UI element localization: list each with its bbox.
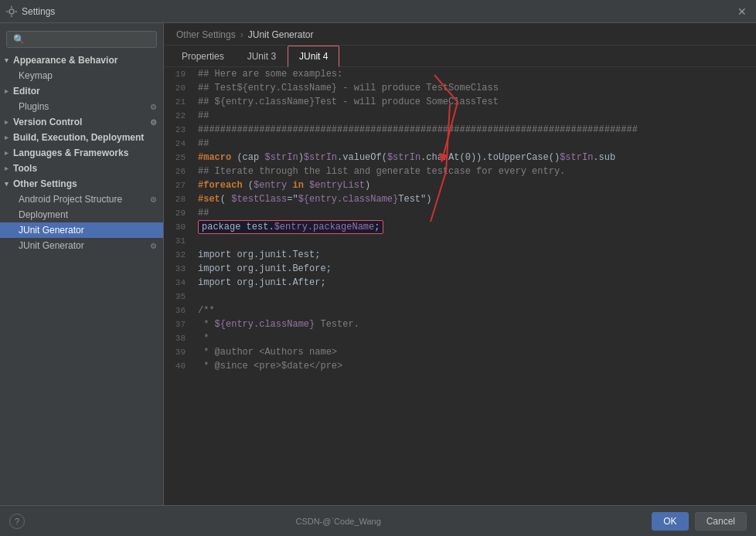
sidebar-item-plugins[interactable]: Plugins⚙ — [0, 99, 163, 114]
expand-arrow-icon: ▸ — [5, 87, 9, 95]
expand-arrow-icon: ▸ — [5, 165, 9, 172]
code-line: 28#set( $testClass="${entry.className}Te… — [164, 192, 756, 206]
expand-arrow-icon: ▸ — [5, 149, 9, 157]
code-token: =" — [287, 194, 298, 205]
line-number: 31 — [164, 234, 192, 248]
sidebar-item-label: Tools — [13, 163, 37, 174]
tab-properties[interactable]: Properties — [170, 46, 236, 67]
code-token: ## — [198, 208, 209, 219]
sidebar-item-tools[interactable]: ▸Tools — [0, 161, 163, 176]
settings-icon — [6, 6, 17, 17]
sidebar-item-keymap[interactable]: Keymap — [0, 68, 163, 83]
breadcrumb: Other Settings › JUnit Generator — [164, 23, 756, 46]
line-number: 39 — [164, 345, 192, 359]
bottom-left: ? — [9, 514, 25, 529]
code-token: ${entry.className} — [215, 319, 315, 330]
sidebar-item-icon: ⚙ — [150, 118, 157, 127]
code-token: .sub — [593, 152, 615, 163]
line-number: 26 — [164, 165, 192, 178]
close-button[interactable]: ✕ — [734, 5, 750, 18]
code-token: ( — [243, 180, 254, 191]
line-number: 21 — [164, 95, 192, 109]
line-number: 28 — [164, 192, 192, 206]
line-content: ## Test${entry.ClassName} - will produce… — [192, 81, 756, 95]
title-bar-left: Settings — [6, 6, 55, 17]
sidebar-item-label: Keymap — [19, 70, 53, 81]
code-token: ) — [298, 152, 304, 163]
expand-arrow-icon: ▾ — [5, 180, 9, 188]
code-line: 31 — [164, 234, 756, 248]
sidebar-item-languages-frameworks[interactable]: ▸Languages & Frameworks — [0, 145, 163, 161]
code-token: ########################################… — [198, 124, 638, 135]
line-content: ## — [192, 206, 756, 220]
sidebar-item-label: Version Control — [13, 117, 82, 127]
sidebar-item-version-control[interactable]: ▸Version Control⚙ — [0, 114, 163, 130]
line-content: * — [192, 331, 756, 345]
sidebar-item-junit-generator2[interactable]: JUnit Generator⚙ — [0, 238, 163, 253]
code-token: Test") — [398, 194, 431, 205]
sidebar-item-android-project[interactable]: Android Project Structure⚙ — [0, 192, 163, 207]
code-token: $strIn — [560, 152, 593, 163]
code-line: 25#macro (cap $strIn)$strIn.valueOf($str… — [164, 151, 756, 165]
code-line: 23######################################… — [164, 123, 756, 137]
sidebar-item-deployment[interactable]: Deployment — [0, 207, 163, 222]
breadcrumb-separator: › — [240, 29, 243, 40]
bottom-bar: ? CSDN-@`Code_Wang OK Cancel — [0, 505, 756, 536]
code-line: 34import org.junit.After; — [164, 276, 756, 290]
cancel-button[interactable]: Cancel — [695, 512, 747, 531]
line-content: * ${entry.className} Tester. — [192, 317, 756, 331]
content-area: Other Settings › JUnit Generator Propert… — [164, 23, 756, 505]
sidebar-item-editor[interactable]: ▸Editor — [0, 83, 163, 99]
sidebar-item-label: Languages & Frameworks — [13, 148, 128, 158]
watermark: CSDN-@`Code_Wang — [289, 517, 387, 526]
line-content: package test.$entry.packageName; — [192, 220, 756, 234]
line-content: import org.junit.Test; — [192, 248, 756, 262]
line-number: 19 — [164, 67, 192, 81]
code-token: #macro — [198, 152, 231, 163]
code-token: .charAt(0)).toUpperCase() — [421, 152, 560, 163]
tab-junit3[interactable]: JUnit 3 — [236, 46, 288, 67]
line-number: 27 — [164, 178, 192, 192]
help-button[interactable]: ? — [9, 514, 25, 529]
sidebar-item-build-execution[interactable]: ▸Build, Execution, Deployment — [0, 130, 163, 145]
sidebar-item-label: Other Settings — [13, 178, 77, 189]
search-input[interactable] — [6, 31, 157, 48]
sidebar-item-label: Android Project Structure — [19, 194, 122, 205]
code-editor[interactable]: 19## Here are some examples:20## Test${e… — [164, 67, 756, 505]
expand-arrow-icon: ▾ — [5, 56, 9, 64]
line-number: 24 — [164, 137, 192, 151]
line-number: 40 — [164, 359, 192, 373]
sidebar-item-junit-generator-active[interactable]: JUnit Generator — [0, 222, 163, 238]
sidebar-item-other-settings[interactable]: ▾Other Settings — [0, 176, 163, 192]
sidebar-item-label: JUnit Generator — [19, 240, 84, 251]
sidebar-item-appearance[interactable]: ▾Appearance & Behavior — [0, 53, 163, 68]
sidebar-item-icon: ⚙ — [150, 195, 157, 204]
code-line: 38 * — [164, 331, 756, 345]
line-content: /** — [192, 304, 756, 317]
code-token: ## ${entry.className}Test - will produce… — [198, 97, 499, 107]
code-token: Tester. — [315, 319, 359, 330]
code-line: 32import org.junit.Test; — [164, 248, 756, 262]
line-content: ## — [192, 137, 756, 151]
sidebar-item-icon: ⚙ — [150, 242, 157, 250]
sidebar-item-label: Plugins — [19, 101, 49, 112]
sidebar-item-label: Appearance & Behavior — [13, 55, 117, 66]
line-content: #foreach ($entry in $entryList) — [192, 178, 756, 192]
code-token: ## — [198, 110, 209, 121]
code-line: 21## ${entry.className}Test - will produ… — [164, 95, 756, 109]
code-token: $strIn — [264, 152, 298, 163]
code-token: $strIn — [304, 152, 337, 163]
line-content: #macro (cap $strIn)$strIn.valueOf($strIn… — [192, 151, 756, 165]
tabs-container: PropertiesJUnit 3JUnit 4 — [164, 46, 756, 67]
code-token: in — [292, 180, 303, 191]
tab-junit4[interactable]: JUnit 4 — [288, 46, 339, 67]
code-line: 36/** — [164, 304, 756, 317]
ok-button[interactable]: OK — [652, 512, 688, 531]
code-token: #foreach — [198, 180, 243, 191]
line-content: import org.junit.Before; — [192, 262, 756, 276]
code-line: 24## — [164, 137, 756, 151]
code-token: $entry — [254, 180, 287, 191]
line-content: #set( $testClass="${entry.className}Test… — [192, 192, 756, 206]
code-token: ${entry.className} — [298, 194, 399, 205]
line-number: 30 — [164, 220, 192, 234]
